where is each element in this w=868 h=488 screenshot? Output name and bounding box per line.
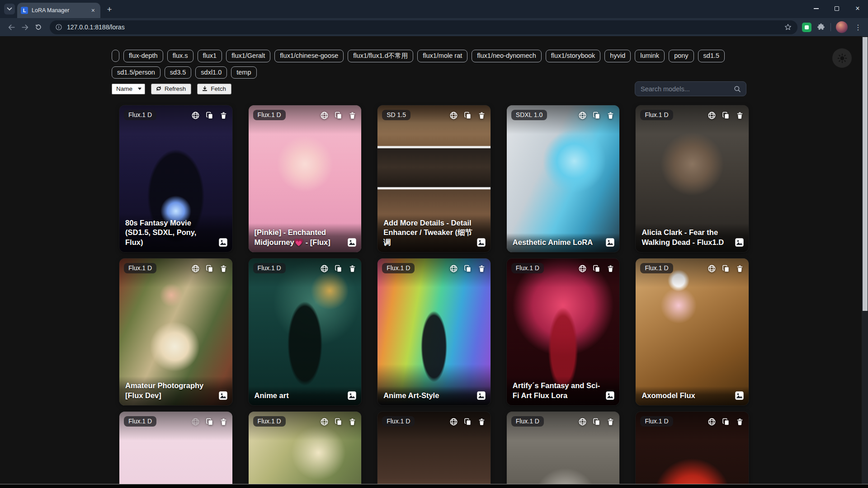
copy-icon[interactable] <box>593 418 601 426</box>
tag-chip[interactable]: flux1/mole rat <box>417 50 467 62</box>
globe-icon[interactable] <box>320 111 329 120</box>
tag-chip[interactable]: sd1.5 <box>698 50 725 62</box>
tag-chip[interactable]: flux-depth <box>123 50 163 62</box>
trash-icon[interactable] <box>607 418 614 426</box>
lora-card[interactable]: Flux.1 D Axomodel Flux <box>636 258 749 405</box>
tag-chip[interactable]: flux1/neo-dynomech <box>472 50 542 62</box>
globe-icon[interactable] <box>320 418 329 426</box>
search-icon[interactable] <box>733 85 741 93</box>
trash-icon[interactable] <box>736 264 744 273</box>
copy-icon[interactable] <box>464 111 472 120</box>
lora-card[interactable]: Flux.1 D <box>507 412 620 488</box>
copy-icon[interactable] <box>206 418 214 426</box>
globe-icon[interactable] <box>449 418 458 426</box>
url-bar[interactable]: 127.0.0.1:8188/loras <box>50 20 797 34</box>
page-scrollbar[interactable] <box>862 36 868 488</box>
tab-search-button[interactable] <box>4 4 15 14</box>
profile-avatar[interactable] <box>836 21 848 33</box>
globe-icon[interactable] <box>578 418 587 426</box>
copy-icon[interactable] <box>464 418 472 426</box>
browser-menu-icon[interactable]: ⋮ <box>853 23 863 32</box>
lora-card[interactable]: Flux.1 D Alicia Clark - Fear <box>636 105 749 252</box>
copy-icon[interactable] <box>464 264 472 273</box>
site-info-icon[interactable] <box>55 23 62 31</box>
trash-icon[interactable] <box>736 111 744 120</box>
trash-icon[interactable] <box>478 418 486 426</box>
extensions-puzzle-icon[interactable] <box>816 23 826 32</box>
photo-icon[interactable] <box>605 238 615 247</box>
minimize-button[interactable] <box>806 0 826 17</box>
tag-chip[interactable]: lumink <box>635 50 665 62</box>
tag-chip[interactable]: flux.s <box>167 50 193 62</box>
lora-card[interactable]: SDXL 1.0 Aesthetic Anime LoR <box>507 105 620 252</box>
globe-icon[interactable] <box>191 418 200 426</box>
trash-icon[interactable] <box>607 111 614 120</box>
photo-icon[interactable] <box>218 391 228 400</box>
trash-icon[interactable] <box>607 264 614 273</box>
lora-card[interactable]: Flux.1 D Anime Art-Style <box>377 258 491 405</box>
tag-chip[interactable]: hyvid <box>604 50 631 62</box>
tag-chip[interactable]: sd3.5 <box>165 66 191 79</box>
globe-icon[interactable] <box>708 418 716 426</box>
reload-button[interactable] <box>32 20 45 34</box>
copy-icon[interactable] <box>593 111 601 120</box>
trash-icon[interactable] <box>349 418 356 426</box>
lora-card[interactable]: Flux.1 D [Pinkie] - Enchante <box>249 105 362 252</box>
tag-chip[interactable]: sd1.5/person <box>112 66 160 79</box>
trash-icon[interactable] <box>349 111 356 120</box>
lora-card[interactable]: Flux.1 D 80s Fantasy Movie ( <box>119 105 232 252</box>
lora-card[interactable]: Flux.1 D Artify´s Fantasy an <box>507 258 620 405</box>
theme-toggle-button[interactable] <box>832 48 852 68</box>
back-button[interactable] <box>5 20 18 34</box>
extension-icon[interactable] <box>802 23 811 32</box>
sort-select[interactable]: Name <box>112 84 145 94</box>
forward-button[interactable] <box>18 20 32 34</box>
copy-icon[interactable] <box>722 264 730 273</box>
photo-icon[interactable] <box>735 238 744 247</box>
globe-icon[interactable] <box>449 264 458 273</box>
tag-chip[interactable]: flux1/flux1.d不常用 <box>348 50 413 62</box>
photo-icon[interactable] <box>476 391 486 400</box>
globe-icon[interactable] <box>578 111 587 120</box>
tag-chip[interactable]: temp <box>231 66 256 79</box>
lora-card[interactable]: Flux.1 D <box>636 412 749 488</box>
lora-card[interactable]: Flux.1 D <box>377 412 491 488</box>
photo-icon[interactable] <box>605 391 615 400</box>
refresh-button[interactable]: Refresh <box>151 84 191 94</box>
trash-icon[interactable] <box>220 264 227 273</box>
trash-icon[interactable] <box>220 111 227 120</box>
trash-icon[interactable] <box>736 418 744 426</box>
fetch-button[interactable]: Fetch <box>197 84 231 94</box>
copy-icon[interactable] <box>722 111 730 120</box>
tag-chip[interactable]: flux1/storybook <box>546 50 601 62</box>
tag-chip[interactable]: flux1 <box>198 50 222 62</box>
globe-icon[interactable] <box>708 264 716 273</box>
lora-card[interactable]: Flux.1 D <box>249 412 362 488</box>
globe-icon[interactable] <box>320 264 329 273</box>
tag-chip[interactable]: flux1/Geralt <box>226 50 270 62</box>
scrollbar-thumb[interactable] <box>863 37 868 311</box>
search-input[interactable] <box>641 85 733 93</box>
copy-icon[interactable] <box>206 111 214 120</box>
copy-icon[interactable] <box>335 264 343 273</box>
trash-icon[interactable] <box>478 111 486 120</box>
tag-chip[interactable]: sdxl1.0 <box>195 66 227 79</box>
photo-icon[interactable] <box>347 238 357 247</box>
trash-icon[interactable] <box>220 418 227 426</box>
lora-card[interactable]: Flux.1 D Anime art <box>249 258 362 405</box>
tag-chip[interactable]: pony <box>669 50 693 62</box>
copy-icon[interactable] <box>335 111 343 120</box>
lora-card[interactable]: SD 1.5 Add More Details - De <box>377 105 491 252</box>
photo-icon[interactable] <box>735 391 744 400</box>
copy-icon[interactable] <box>335 418 343 426</box>
trash-icon[interactable] <box>349 264 356 273</box>
photo-icon[interactable] <box>347 391 357 400</box>
copy-icon[interactable] <box>206 264 214 273</box>
tag-chip[interactable]: flux1/chinese-goose <box>274 50 344 62</box>
globe-icon[interactable] <box>708 111 716 120</box>
photo-icon[interactable] <box>218 238 228 247</box>
tag-empty-chip[interactable] <box>112 50 119 62</box>
photo-icon[interactable] <box>476 238 486 247</box>
new-tab-button[interactable]: + <box>103 3 116 16</box>
bookmark-star-icon[interactable] <box>784 23 792 31</box>
